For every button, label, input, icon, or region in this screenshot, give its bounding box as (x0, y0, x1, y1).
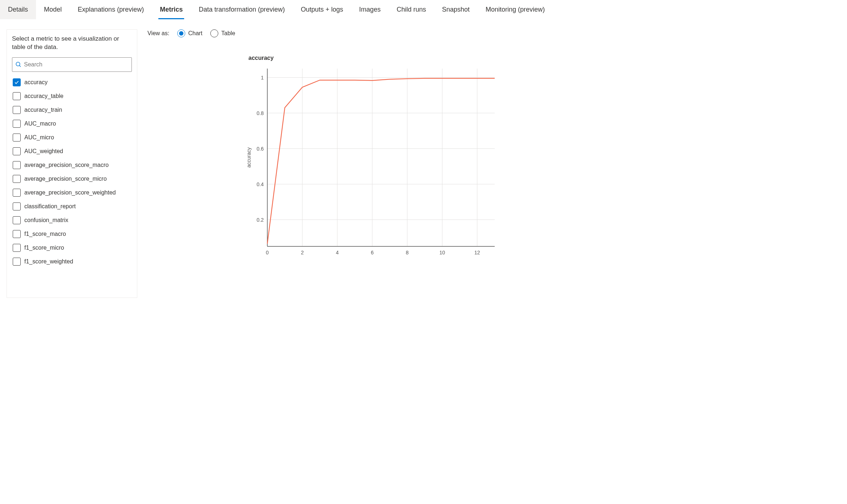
metric-item-average_precision_score_macro[interactable]: average_precision_score_macro (12, 158, 130, 172)
svg-text:0.6: 0.6 (257, 146, 264, 152)
metric-item-f1_score_weighted[interactable]: f1_score_weighted (12, 255, 130, 269)
checkbox[interactable] (13, 258, 21, 266)
metric-item-accuracy_table[interactable]: accuracy_table (12, 89, 130, 103)
radio-circle (210, 29, 218, 37)
svg-text:8: 8 (406, 250, 409, 255)
tab-images[interactable]: Images (351, 0, 389, 19)
checkbox[interactable] (13, 120, 21, 128)
metric-label: AUC_micro (24, 134, 54, 141)
metric-item-accuracy[interactable]: accuracy (12, 75, 130, 89)
metric-list[interactable]: accuracyaccuracy_tableaccuracy_trainAUC_… (12, 75, 132, 292)
chart-container: accuracy 0246810120.20.40.60.81accuracy (242, 55, 847, 261)
tab-metrics[interactable]: Metrics (152, 0, 191, 19)
metric-label: accuracy (24, 79, 48, 86)
metric-item-average_precision_score_micro[interactable]: average_precision_score_micro (12, 172, 130, 186)
checkbox[interactable] (13, 147, 21, 155)
svg-text:4: 4 (336, 250, 339, 255)
main-panel: View as: ChartTable accuracy 0246810120.… (147, 29, 847, 504)
metric-label: f1_score_macro (24, 231, 66, 237)
tab-monitoring-preview-[interactable]: Monitoring (preview) (478, 0, 553, 19)
view-as-label: View as: (147, 30, 169, 37)
checkbox[interactable] (13, 78, 21, 86)
metric-item-AUC_macro[interactable]: AUC_macro (12, 117, 130, 131)
chart-title: accuracy (248, 55, 847, 61)
metric-item-AUC_micro[interactable]: AUC_micro (12, 131, 130, 144)
svg-text:0.8: 0.8 (257, 110, 264, 116)
search-input-wrap[interactable] (12, 57, 132, 72)
radio-label: Chart (188, 30, 202, 37)
svg-text:0.4: 0.4 (257, 181, 264, 187)
radio-circle (177, 29, 185, 37)
radio-label: Table (221, 30, 235, 37)
svg-text:6: 6 (371, 250, 374, 255)
metric-label: confusion_matrix (24, 217, 68, 224)
tab-details[interactable]: Details (0, 0, 36, 19)
metric-label: AUC_weighted (24, 148, 63, 155)
checkbox[interactable] (13, 134, 21, 142)
checkbox[interactable] (13, 106, 21, 114)
svg-text:12: 12 (474, 250, 480, 255)
metric-item-confusion_matrix[interactable]: confusion_matrix (12, 213, 130, 227)
metric-label: accuracy_train (24, 107, 62, 113)
checkbox[interactable] (13, 189, 21, 197)
metric-item-f1_score_macro[interactable]: f1_score_macro (12, 227, 130, 241)
svg-point-0 (16, 62, 20, 66)
metric-label: AUC_macro (24, 120, 56, 127)
view-as-group: View as: ChartTable (147, 29, 847, 37)
checkbox[interactable] (13, 161, 21, 169)
checkbox[interactable] (13, 92, 21, 100)
tab-snapshot[interactable]: Snapshot (434, 0, 478, 19)
sidebar-title: Select a metric to see a visualization o… (12, 35, 132, 52)
metric-item-AUC_weighted[interactable]: AUC_weighted (12, 144, 130, 158)
svg-text:2: 2 (301, 250, 304, 255)
svg-text:10: 10 (439, 250, 445, 255)
metric-item-accuracy_train[interactable]: accuracy_train (12, 103, 130, 117)
metrics-sidebar: Select a metric to see a visualization o… (7, 29, 137, 298)
metric-label: average_precision_score_micro (24, 176, 107, 182)
metric-label: f1_score_weighted (24, 258, 73, 265)
checkbox[interactable] (13, 244, 21, 252)
svg-line-1 (19, 65, 21, 67)
svg-text:1: 1 (261, 75, 264, 81)
metric-item-average_precision_score_weighted[interactable]: average_precision_score_weighted (12, 186, 130, 200)
checkbox[interactable] (13, 216, 21, 224)
tab-data-transformation-preview-[interactable]: Data transformation (preview) (191, 0, 293, 19)
radio-chart[interactable]: Chart (177, 29, 202, 37)
search-icon (15, 61, 22, 68)
tab-child-runs[interactable]: Child runs (389, 0, 434, 19)
tab-outputs-logs[interactable]: Outputs + logs (293, 0, 351, 19)
metric-label: f1_score_micro (24, 245, 64, 251)
svg-text:accuracy: accuracy (246, 147, 252, 168)
svg-text:0: 0 (266, 250, 269, 255)
search-input[interactable] (24, 61, 129, 68)
metric-item-f1_score_micro[interactable]: f1_score_micro (12, 241, 130, 255)
tabs-bar: DetailsModelExplanations (preview)Metric… (0, 0, 847, 19)
radio-table[interactable]: Table (210, 29, 235, 37)
tab-model[interactable]: Model (36, 0, 70, 19)
tab-explanations-preview-[interactable]: Explanations (preview) (70, 0, 152, 19)
metric-label: average_precision_score_macro (24, 162, 109, 168)
checkbox[interactable] (13, 230, 21, 238)
metric-label: classification_report (24, 203, 76, 210)
accuracy-chart: 0246810120.20.40.60.81accuracy (242, 65, 496, 261)
checkbox[interactable] (13, 175, 21, 183)
checkbox[interactable] (13, 202, 21, 210)
metric-label: accuracy_table (24, 93, 64, 99)
metric-item-classification_report[interactable]: classification_report (12, 200, 130, 213)
metric-label: average_precision_score_weighted (24, 189, 116, 196)
svg-text:0.2: 0.2 (257, 217, 264, 223)
